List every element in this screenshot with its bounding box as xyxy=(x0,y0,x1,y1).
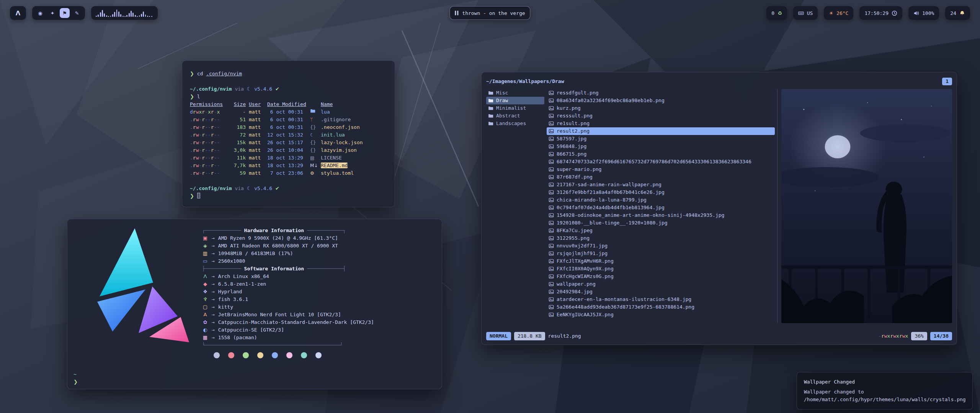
image-file-icon xyxy=(549,289,554,294)
file-item[interactable]: atardecer-en-la-montanas-ilustracion-634… xyxy=(547,296,775,303)
lua-version: v5.4.6 xyxy=(254,185,272,191)
current-path: ~/Imagenes/Wallpapers/Draw xyxy=(486,78,564,85)
file-item[interactable]: 19201080-__blue-tinge__-1920×1080.jpg xyxy=(547,219,775,227)
shell-prompt: ~/.config/nvim via ☾ v5.4.6 ✔ xyxy=(190,85,387,93)
cursor-line[interactable]: ❯ xyxy=(190,192,387,200)
file-item[interactable]: 5a266e448add93deab367d87173e9f25-6837886… xyxy=(547,303,775,311)
file-name: 154928-odinokoe_anime-art-anime-okno-sin… xyxy=(557,211,724,219)
file-name: .gitignore xyxy=(321,117,351,122)
file-item[interactable]: FXfcHgcWIAMzs0G.png xyxy=(547,273,775,280)
file-owner: matt xyxy=(249,146,264,154)
clock-time: 17:50:29 xyxy=(864,10,889,16)
image-file-icon xyxy=(549,304,554,310)
info-value: kitty xyxy=(218,303,233,311)
file-item[interactable]: super-mario.png xyxy=(547,166,775,173)
file-item[interactable]: EeNKYgIUcAAJ5JX.png xyxy=(547,311,775,319)
directory-item[interactable]: Minimalist xyxy=(486,104,544,112)
weather-module[interactable]: ☀ 26°C xyxy=(824,6,853,20)
image-file-icon xyxy=(549,113,554,119)
directory-item[interactable]: Misc xyxy=(486,89,544,97)
command-text: l xyxy=(197,94,200,99)
visualizer-bar xyxy=(112,14,113,17)
visualizer-bar xyxy=(149,16,150,17)
file-item[interactable]: result2.png xyxy=(547,127,775,135)
file-item[interactable]: 217167-sad-anime-rain-wallpaper.png xyxy=(547,181,775,189)
file-item[interactable]: 587597.jpg xyxy=(547,135,775,143)
prompt-path: ~/.config/nvim xyxy=(190,185,232,191)
media-player-pill[interactable]: thrown - on the verge xyxy=(449,6,530,20)
file-type-icon: ☾ xyxy=(310,132,314,138)
volume-module[interactable]: 100% xyxy=(908,6,939,20)
prompt-symbol: ❯ xyxy=(190,94,194,99)
directory-item[interactable]: Abstract xyxy=(486,112,544,120)
file-name: 0c794faf07de24a4db4d4fb1eb813964.jpg xyxy=(557,204,665,211)
arrow-icon: → xyxy=(212,311,215,319)
file-item[interactable]: 8FKa7Cu.jpeg xyxy=(547,227,775,234)
notifications-module[interactable]: 24 xyxy=(945,6,970,20)
visualizer-bar xyxy=(135,15,136,17)
file-size: 72 xyxy=(226,131,246,139)
file-name: lazyvim.json xyxy=(321,147,357,153)
image-file-icon xyxy=(549,144,554,149)
file-item[interactable]: 3122955.png xyxy=(547,234,775,242)
parent-directory-column: Misc Draw Minimalist Abstract xyxy=(486,89,544,323)
info-value: Catppuccin-Macchiato-Standard-Lavender-D… xyxy=(218,319,374,326)
workspace-button[interactable]: ✎ xyxy=(72,8,82,18)
workspace-button[interactable]: ⚑ xyxy=(60,8,70,18)
file-item[interactable]: kurz.png xyxy=(547,104,775,112)
notification-popup[interactable]: Wallpaper Changed Wallpaper changed to /… xyxy=(797,372,973,410)
visualizer-bar xyxy=(145,15,146,17)
file-item[interactable]: 154928-odinokoe_anime-art-anime-okno-sin… xyxy=(547,211,775,219)
ls-row: .rw-r--r-- 15k matt 26 oct 15:17 {} lazy… xyxy=(190,139,387,146)
keyboard-icon xyxy=(798,10,804,16)
workspace-button[interactable]: ◉ xyxy=(35,8,45,18)
launcher-button[interactable]: Λ xyxy=(10,6,26,20)
file-item[interactable]: chica-mirando-la-luna-8799.jpg xyxy=(547,196,775,204)
file-item[interactable]: 596848.jpg xyxy=(547,143,775,150)
prompt-symbol: ❯ xyxy=(190,193,194,199)
arrow-icon: → xyxy=(212,242,215,250)
workspaces-module: ◉ ✦ ⚑ ✎ xyxy=(32,6,85,20)
file-name: 596848.jpg xyxy=(557,143,586,150)
ls-row: .rw-r--r-- 7,7k matt 18 oct 13:29 M↓ REA… xyxy=(190,162,387,169)
pause-icon xyxy=(455,11,458,15)
file-item[interactable]: ressdfgult.png xyxy=(547,89,775,97)
hardware-section-header: ┌──────────── Hardware Information ─────… xyxy=(202,227,436,234)
workspace-icon: ✦ xyxy=(51,10,55,16)
file-owner: matt xyxy=(249,116,264,124)
file-item[interactable]: re1sult.png xyxy=(547,120,775,127)
weather-icon: ☀ xyxy=(829,10,833,16)
speaker-icon xyxy=(913,10,919,16)
updates-module[interactable]: 0 ♻ xyxy=(766,6,787,20)
palette-dot xyxy=(214,352,220,358)
info-value: 980x413 xyxy=(218,257,245,265)
file-name: 3126f7e9bbf21a8a4af0b67b041c6e26.jpg xyxy=(557,189,665,196)
file-item[interactable]: 87r687df.png xyxy=(547,173,775,181)
image-file-icon xyxy=(549,182,554,187)
file-item[interactable]: 866715.png xyxy=(547,150,775,158)
ls-row: .rw-r--r-- 3,0k matt 26 oct 10:04 {} laz… xyxy=(190,146,387,154)
directory-item[interactable]: Draw xyxy=(486,97,544,104)
file-item[interactable]: FXfcJlTXgAMvH6R.png xyxy=(547,257,775,265)
command-line: ❯ l xyxy=(190,93,387,101)
file-item[interactable]: wallpaper.png xyxy=(547,280,775,288)
tab-badge[interactable]: 1 xyxy=(942,78,952,85)
directory-name: Minimalist xyxy=(496,104,526,112)
file-item[interactable]: FXfcII0X0AQyn9X.png xyxy=(547,265,775,273)
file-item[interactable]: rsjqojlmjhf91.jpg xyxy=(547,250,775,257)
keyboard-layout-module[interactable]: US xyxy=(793,6,818,20)
directory-item[interactable]: Landscapes xyxy=(486,120,544,127)
file-item[interactable]: 20492984.jpg xyxy=(547,288,775,296)
file-item[interactable]: 3126f7e9bbf21a8a4af0b67b041c6e26.jpg xyxy=(547,189,775,196)
file-item[interactable]: nnvuv0xj2df71.jpg xyxy=(547,242,775,250)
workspace-button[interactable]: ✦ xyxy=(47,8,57,18)
folder-icon xyxy=(488,98,493,103)
lua-version: v5.4.6 xyxy=(254,86,272,92)
command-text: cd xyxy=(197,71,203,76)
clock-module[interactable]: 17:50:29 xyxy=(859,6,902,20)
file-item[interactable]: 08a634fa02a32364f69ebc86a98eb1eb.png xyxy=(547,97,775,104)
file-item[interactable]: 0c794faf07de24a4db4d4fb1eb813964.jpg xyxy=(547,204,775,211)
file-item[interactable]: 68747470733a2f2f696d616765732d7769786d70… xyxy=(547,158,775,166)
info-row: ❖ → Hyprland xyxy=(202,288,436,296)
file-item[interactable]: resssult.png xyxy=(547,112,775,120)
